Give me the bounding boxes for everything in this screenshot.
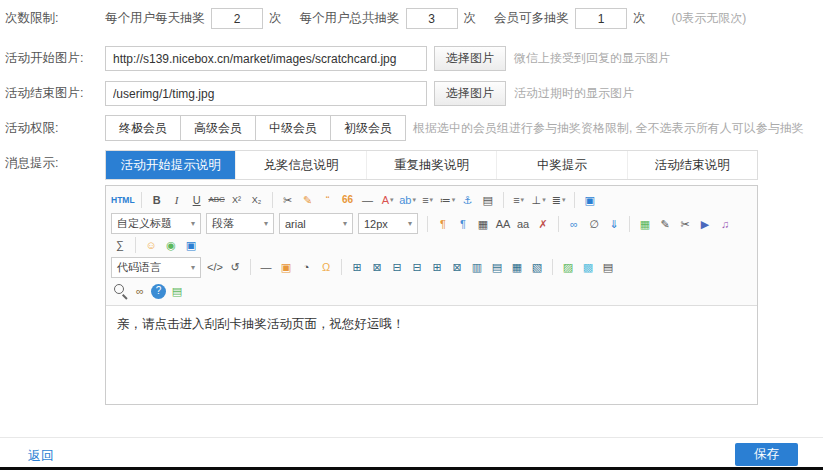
font-size-select[interactable]: 12px▾	[358, 213, 418, 234]
footer-bar: 返回 保存	[0, 437, 823, 467]
split-cells-icon[interactable]: ▤	[488, 258, 506, 276]
uppercase-icon[interactable]: AA	[494, 215, 512, 233]
subscript-icon[interactable]: X₂	[248, 191, 266, 209]
font-family-select[interactable]: arial▾	[279, 213, 353, 234]
date-icon[interactable]: ▣	[277, 258, 295, 276]
justify-icon[interactable]: ≡▾	[510, 191, 528, 209]
table-border-icon[interactable]: ▦	[508, 258, 526, 276]
tab-win-prompt[interactable]: 中奖提示	[496, 151, 626, 179]
tab-activity-start-prompt[interactable]: 活动开始提示说明	[106, 151, 235, 179]
directionality-ltr-icon[interactable]: ¶	[434, 215, 452, 233]
toolbar-separator	[272, 192, 273, 208]
chevron-down-icon: ▾	[542, 191, 546, 209]
insert-col-icon[interactable]: ⊞	[428, 258, 446, 276]
formula-icon[interactable]: ∑	[111, 236, 129, 254]
choose-start-image-button[interactable]: 选择图片	[434, 46, 506, 71]
link-icon[interactable]: ∞	[565, 215, 583, 233]
word-image-icon[interactable]: ▨	[559, 258, 577, 276]
permission-ultimate-member-button[interactable]: 终极会员	[105, 115, 181, 141]
font-size-select-value: 12px	[364, 218, 388, 230]
daily-draw-limit-input[interactable]	[211, 8, 263, 29]
total-draw-limit-input[interactable]	[406, 8, 458, 29]
blockquote-icon[interactable]: “	[319, 191, 337, 209]
find-replace-icon[interactable]: ∞	[131, 282, 149, 300]
custom-title-select[interactable]: 自定义标题▾	[111, 213, 201, 234]
permission-intermediate-member-button[interactable]: 中级会员	[255, 115, 331, 141]
superscript-icon[interactable]: X²	[228, 191, 246, 209]
message-tabs: 活动开始提示说明 兑奖信息说明 重复抽奖说明 中奖提示 活动结束说明	[105, 150, 758, 180]
search-icon[interactable]	[111, 282, 129, 300]
map-icon[interactable]: ◉	[162, 236, 180, 254]
directionality-rtl-icon[interactable]: ¶	[454, 215, 472, 233]
permission-senior-member-button[interactable]: 高级会员	[180, 115, 256, 141]
clear-doc-icon[interactable]: ✗	[534, 215, 552, 233]
lowercase-icon[interactable]: aa	[514, 215, 532, 233]
insert-code-icon[interactable]: </>	[206, 258, 224, 276]
line-height-icon[interactable]: ≣▾	[550, 191, 568, 209]
member-extra-draw-input[interactable]	[575, 8, 627, 29]
paragraph-select[interactable]: 段落▾	[206, 213, 274, 234]
start-image-url-input[interactable]	[105, 46, 427, 71]
toolbar-separator	[558, 216, 559, 232]
chevron-down-icon: ▾	[452, 191, 456, 209]
editor-content[interactable]: 亲，请点击进入刮刮卡抽奖活动页面，祝您好运哦！	[106, 306, 757, 404]
insert-table-icon[interactable]: ⊞	[348, 258, 366, 276]
delete-col-icon[interactable]: ⊠	[448, 258, 466, 276]
underline-icon[interactable]: U	[188, 191, 206, 209]
tab-repeat-draw[interactable]: 重复抽奖说明	[366, 151, 496, 179]
strikethrough-icon[interactable]: ABC	[208, 191, 226, 209]
horizontal-line-icon[interactable]: —	[257, 258, 275, 276]
page-break-icon[interactable]: ▤	[479, 191, 497, 209]
special-chars-icon[interactable]: Ω	[317, 258, 335, 276]
toolbar-row: HTMLBIUABCX²X₂✂✎“66—A▾ab▾≡▾≔▾⚓▤≡▾⊥▾≣▾▣	[110, 188, 753, 212]
tab-redeem-info[interactable]: 兑奖信息说明	[235, 151, 365, 179]
limits-row: 次数限制: 每个用户每天抽奖 次 每个用户总共抽奖 次 会员可多抽奖 次 (0表…	[5, 8, 818, 29]
insert-video-icon[interactable]: ▶	[696, 215, 714, 233]
code-language-select[interactable]: 代码语言▾	[111, 257, 201, 278]
delete-row-icon[interactable]: ⊟	[408, 258, 426, 276]
insert-row-icon[interactable]: ⊟	[388, 258, 406, 276]
help-icon[interactable]: ?	[151, 284, 166, 299]
end-image-url-input[interactable]	[105, 81, 427, 106]
scrawl-icon[interactable]: ✎	[656, 215, 674, 233]
format-painter-icon[interactable]: ✎	[299, 191, 317, 209]
bold-icon[interactable]: B	[148, 191, 166, 209]
insert-image-icon[interactable]: ▦	[636, 215, 654, 233]
background-icon[interactable]: ▩	[579, 258, 597, 276]
permission-junior-member-button[interactable]: 初级会员	[330, 115, 406, 141]
back-link[interactable]: 返回	[28, 447, 54, 465]
remove-format-icon[interactable]: ✂	[279, 191, 297, 209]
music-icon[interactable]: ♫	[716, 215, 734, 233]
activity-settings-page: 次数限制: 每个用户每天抽奖 次 每个用户总共抽奖 次 会员可多抽奖 次 (0表…	[0, 0, 823, 470]
chevron-down-icon: ▾	[412, 191, 416, 209]
ordered-list-icon[interactable]: ≡▾	[419, 191, 437, 209]
delete-table-icon[interactable]: ⊠	[368, 258, 386, 276]
time-icon[interactable]: ◔	[297, 258, 315, 276]
background-color-icon[interactable]: ab▾	[399, 191, 417, 209]
save-button[interactable]: 保存	[735, 443, 798, 466]
select-all-icon[interactable]: ▦	[474, 215, 492, 233]
revision-icon[interactable]: ↺	[226, 258, 244, 276]
font-color-icon[interactable]: A▾	[379, 191, 397, 209]
unlink-icon[interactable]: ∅	[585, 215, 603, 233]
choose-end-image-button[interactable]: 选择图片	[434, 81, 506, 106]
sort-table-icon[interactable]: ▧	[528, 258, 546, 276]
anchor-icon[interactable]: ⚓	[459, 191, 477, 209]
horizontal-rule-icon[interactable]: —	[359, 191, 377, 209]
snapscreen-icon[interactable]: ✂	[676, 215, 694, 233]
emotion-icon[interactable]: ☺	[142, 236, 160, 254]
quote-marks-icon[interactable]: 66	[339, 191, 357, 209]
paste-plain-icon[interactable]: ▤	[168, 282, 186, 300]
upload-attachment-icon[interactable]: ⇓	[605, 215, 623, 233]
merge-cells-icon[interactable]: ▥	[468, 258, 486, 276]
chevron-down-icon: ▾	[390, 191, 394, 209]
vertical-align-icon[interactable]: ⊥▾	[530, 191, 548, 209]
italic-icon[interactable]: I	[168, 191, 186, 209]
print-icon[interactable]: ▤	[599, 258, 617, 276]
fullscreen-icon[interactable]: ▣	[581, 191, 599, 209]
tab-activity-end[interactable]: 活动结束说明	[627, 151, 757, 179]
unordered-list-icon[interactable]: ≔▾	[439, 191, 457, 209]
html-source-icon[interactable]: HTML	[111, 191, 135, 209]
start-image-row: 活动开始图片: 选择图片 微信上接受到回复的显示图片	[5, 46, 818, 71]
preview-icon[interactable]: ▣	[182, 236, 200, 254]
